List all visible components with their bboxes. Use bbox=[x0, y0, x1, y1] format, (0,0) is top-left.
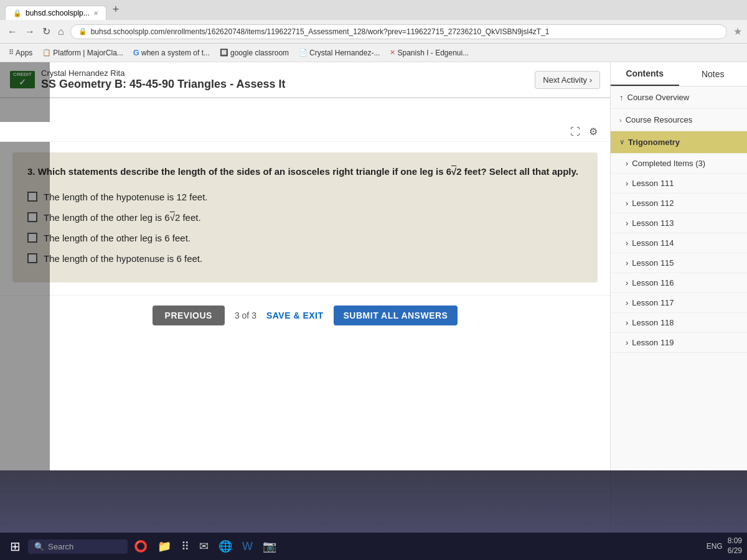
sidebar-lesson-111[interactable]: › Lesson 111 bbox=[611, 174, 747, 194]
answer-choice-c[interactable]: The length of the other leg is 6 feet. bbox=[27, 233, 583, 243]
trigonometry-chevron-icon: ∨ bbox=[619, 138, 624, 146]
tab-close-btn[interactable]: ✕ bbox=[93, 10, 98, 17]
sidebar-completed-items[interactable]: › Completed Items (3) bbox=[611, 154, 747, 174]
sidebar-lesson-118[interactable]: › Lesson 118 bbox=[611, 313, 747, 333]
submit-all-answers-button[interactable]: SUBMIT ALL ANSWERS bbox=[334, 306, 458, 325]
sidebar-contents-tab[interactable]: Contents bbox=[611, 62, 679, 86]
bookmark-spanish-label: Spanish I - Edgenui... bbox=[397, 49, 469, 57]
lesson118-chevron-icon: › bbox=[626, 318, 628, 327]
answer-choice-d-text: The length of the hypotenuse is 6 feet. bbox=[44, 253, 202, 264]
tab-label: buhsd.schoolsplp... bbox=[26, 9, 90, 17]
lock-icon: 🔒 bbox=[78, 27, 87, 35]
contents-tab-label: Contents bbox=[626, 68, 664, 78]
question-text: 3. Which statements describe the length … bbox=[27, 165, 583, 179]
answer-choice-b[interactable]: The length of the other leg is 6√2 feet. bbox=[27, 212, 583, 223]
sidebar-lesson-113[interactable]: › Lesson 113 bbox=[611, 213, 747, 233]
answer-choice-b-text: The length of the other leg is 6√2 feet. bbox=[44, 212, 201, 223]
taskbar: ⊞ 🔍 Search ⭕ 📁 ⠿ ✉ 🌐 W 📷 ENG 8:09 6/29 bbox=[0, 533, 747, 560]
question-body: Which statements describe the length of … bbox=[38, 166, 578, 177]
header-titles: Crystal Hernandez Rita SS Geometry B: 45… bbox=[41, 68, 286, 91]
previous-button[interactable]: PREVIOUS bbox=[153, 306, 225, 325]
search-label: Search bbox=[48, 542, 73, 551]
taskbar-browser-btn[interactable]: 🌐 bbox=[215, 537, 236, 556]
bookmark-star-icon[interactable]: ★ bbox=[733, 26, 742, 37]
lesson-112-label: Lesson 112 bbox=[632, 198, 674, 208]
lesson-113-label: Lesson 113 bbox=[632, 218, 674, 228]
sidebar-lesson-112[interactable]: › Lesson 112 bbox=[611, 194, 747, 213]
google-icon: G bbox=[133, 48, 139, 57]
save-exit-label: SAVE & EXIT bbox=[266, 310, 324, 320]
keyboard-area bbox=[0, 470, 747, 533]
header-left: CREDIT ✓ Crystal Hernandez Rita SS Geome… bbox=[10, 68, 286, 91]
lesson117-chevron-icon: › bbox=[626, 298, 628, 307]
new-tab-btn[interactable]: + bbox=[108, 2, 125, 17]
taskbar-mail-btn[interactable]: ✉ bbox=[195, 537, 212, 556]
tab-favicon: 🔒 bbox=[13, 9, 22, 17]
home-btn[interactable]: ⌂ bbox=[55, 25, 67, 39]
bookmark-platform[interactable]: 📋 Platform | MajorCla... bbox=[39, 47, 126, 58]
next-activity-button[interactable]: Next Activity › bbox=[535, 71, 600, 89]
save-exit-button[interactable]: SAVE & EXIT bbox=[266, 310, 324, 320]
course-resources-label: Course Resources bbox=[626, 115, 693, 124]
start-button[interactable]: ⊞ bbox=[5, 536, 26, 556]
lesson114-chevron-icon: › bbox=[626, 238, 628, 248]
answer-choices: The length of the hypotenuse is 12 feet.… bbox=[27, 192, 583, 264]
browser-tabs: 🔒 buhsd.schoolsplp... ✕ + bbox=[0, 0, 747, 20]
address-bar[interactable]: 🔒 buhsd.schoolsplp.com/enrollments/16262… bbox=[70, 24, 727, 39]
taskbar-clock: 8:09 6/29 bbox=[728, 536, 742, 556]
answer-choice-d[interactable]: The length of the hypotenuse is 6 feet. bbox=[27, 253, 583, 264]
up-arrow-icon: ↑ bbox=[619, 93, 624, 102]
bookmark-apps[interactable]: ⠿ Apps bbox=[5, 47, 36, 58]
taskbar-folders-btn[interactable]: 📁 bbox=[154, 537, 175, 556]
next-activity-label: Next Activity › bbox=[543, 75, 592, 85]
taskbar-word-btn[interactable]: W bbox=[238, 538, 256, 556]
lesson113-chevron-icon: › bbox=[626, 218, 628, 228]
expand-icon-btn[interactable]: ⛶ bbox=[568, 124, 583, 139]
bookmark-google-classroom[interactable]: 🔲 google classroom bbox=[216, 47, 293, 58]
back-btn[interactable]: ← bbox=[5, 25, 20, 39]
nav-buttons: ← → ↻ ⌂ bbox=[5, 24, 67, 39]
taskbar-grid-btn[interactable]: ⠿ bbox=[177, 537, 193, 556]
lesson-117-label: Lesson 117 bbox=[632, 298, 674, 307]
taskbar-sys-icons: ENG bbox=[707, 542, 723, 551]
sidebar-lesson-115[interactable]: › Lesson 115 bbox=[611, 253, 747, 273]
bottom-nav: PREVIOUS 3 of 3 SAVE & EXIT SUBMIT ALL A… bbox=[0, 295, 610, 335]
browser-tab-active[interactable]: 🔒 buhsd.schoolsplp... ✕ bbox=[5, 6, 106, 20]
answer-choice-a[interactable]: The length of the hypotenuse is 12 feet. bbox=[27, 192, 583, 202]
spanish-x-icon: ✕ bbox=[390, 49, 395, 57]
lesson116-chevron-icon: › bbox=[626, 278, 628, 287]
forward-btn[interactable]: → bbox=[22, 25, 37, 39]
page-header: CREDIT ✓ Crystal Hernandez Rita SS Geome… bbox=[0, 62, 610, 98]
lesson119-chevron-icon: › bbox=[626, 338, 628, 347]
sidebar-lesson-117[interactable]: › Lesson 117 bbox=[611, 293, 747, 313]
bookmark-crystal[interactable]: 📄 Crystal Hernandez-... bbox=[295, 47, 383, 58]
sidebar-lesson-119[interactable]: › Lesson 119 bbox=[611, 333, 747, 353]
lesson112-chevron-icon: › bbox=[626, 198, 628, 208]
sidebar-notes-tab[interactable]: Notes bbox=[679, 62, 748, 86]
lesson-114-label: Lesson 114 bbox=[632, 238, 674, 248]
bookmark-platform-label: Platform | MajorCla... bbox=[53, 49, 123, 57]
submit-label: SUBMIT ALL ANSWERS bbox=[344, 310, 448, 320]
bookmark-google-when[interactable]: G when a system of t... bbox=[129, 47, 214, 58]
taskbar-camera-btn[interactable]: 📷 bbox=[259, 537, 280, 556]
taskbar-right: ENG 8:09 6/29 bbox=[707, 536, 742, 556]
taskbar-search[interactable]: 🔍 Search bbox=[28, 539, 128, 554]
lesson115-chevron-icon: › bbox=[626, 258, 628, 268]
sidebar-course-overview[interactable]: ↑ Course Overview bbox=[611, 86, 747, 109]
sidebar-lesson-114[interactable]: › Lesson 114 bbox=[611, 233, 747, 253]
question-background: 3. Which statements describe the length … bbox=[12, 152, 598, 282]
sidebar-course-resources[interactable]: › Course Resources bbox=[611, 109, 747, 131]
lesson-119-label: Lesson 119 bbox=[632, 338, 674, 347]
sidebar-tab-bar: Contents Notes bbox=[611, 62, 747, 86]
classroom-icon: 🔲 bbox=[220, 49, 228, 57]
sidebar-lesson-116[interactable]: › Lesson 116 bbox=[611, 273, 747, 293]
student-name: Crystal Hernandez Rita bbox=[41, 68, 286, 78]
lesson-115-label: Lesson 115 bbox=[632, 258, 674, 268]
taskbar-cortana-btn[interactable]: ⭕ bbox=[130, 537, 151, 556]
settings-icon-btn[interactable]: ⚙ bbox=[586, 124, 600, 139]
sidebar-trigonometry[interactable]: ∨ Trigonometry bbox=[611, 131, 747, 154]
lesson-title: SS Geometry B: 45-45-90 Triangles - Asse… bbox=[41, 78, 286, 91]
search-icon: 🔍 bbox=[34, 542, 44, 551]
bookmark-spanish[interactable]: ✕ Spanish I - Edgenui... bbox=[386, 47, 472, 58]
refresh-btn[interactable]: ↻ bbox=[40, 24, 53, 39]
